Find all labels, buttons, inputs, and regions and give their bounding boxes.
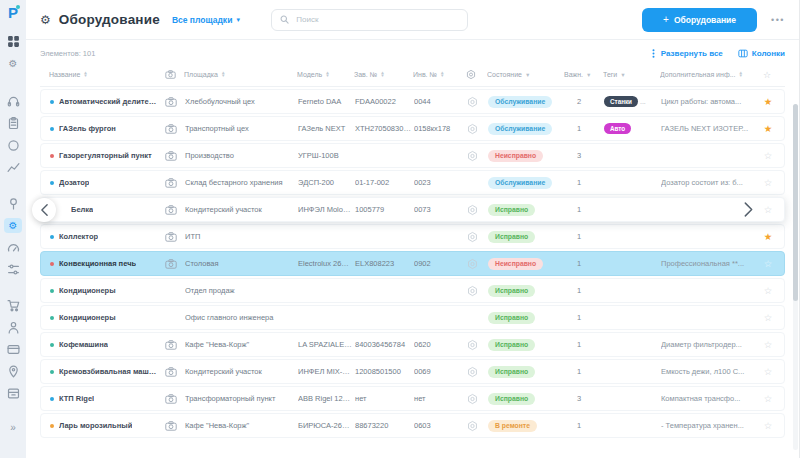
more-actions-button[interactable]: ••• <box>771 15 785 25</box>
model-cell: БИРЮСА-260VZ <box>298 421 352 430</box>
settings-cell[interactable] <box>459 150 485 162</box>
favorite-star[interactable]: ☆ <box>758 394 778 404</box>
site-scope-dropdown[interactable]: Все площадки ▼ <box>172 15 241 25</box>
column-header-inventory[interactable]: Инв. №▲▼ <box>413 71 455 78</box>
equipment-name-cell: Конвекционная печь <box>41 259 157 268</box>
favorite-star[interactable]: ☆ <box>758 313 778 323</box>
status-cell: Обслуживание <box>488 96 562 108</box>
settings-cell[interactable] <box>459 123 485 135</box>
table-row[interactable]: Газорегуляторный пункт Производство УГРШ… <box>40 143 785 168</box>
column-header-serial[interactable]: Зав. №▲▼ <box>354 71 410 78</box>
settings-cell[interactable] <box>459 312 485 324</box>
favorite-star[interactable]: ★ <box>758 97 778 107</box>
table-row[interactable]: Дозатор Склад бестарного хранения ЭДСП-2… <box>40 170 785 195</box>
table-row[interactable]: Автоматический делитель-округ... Хлебобу… <box>40 89 785 114</box>
column-header-files[interactable]: Важн.▼ <box>564 71 600 78</box>
sidebar-item-staff[interactable] <box>4 320 22 335</box>
sidebar-item-equipment[interactable]: ⚙ <box>4 218 22 233</box>
column-header-name[interactable]: Название▲▼ <box>40 71 156 78</box>
status-badge: Обслуживание <box>488 96 552 108</box>
favorite-star[interactable]: ☆ <box>758 205 778 215</box>
settings-cell[interactable] <box>459 204 485 216</box>
settings-cell[interactable] <box>459 258 485 270</box>
settings-cell[interactable] <box>459 339 485 351</box>
column-header-info[interactable]: Дополнительная инф...▲▼ <box>660 71 754 78</box>
settings-cell[interactable] <box>459 420 485 432</box>
equipment-name: Автоматический делитель-округ... <box>59 97 157 106</box>
favorite-star[interactable]: ☆ <box>758 421 778 431</box>
column-header-site[interactable]: Площадка▲▼ <box>184 71 294 78</box>
nut-icon <box>467 123 478 135</box>
carousel-next-button[interactable] <box>736 198 760 222</box>
table-row[interactable]: Кондиционеры Отдел продаж Исправно 1 ☆ <box>40 278 785 303</box>
camera-icon <box>165 70 176 79</box>
sidebar-item-tasks[interactable] <box>4 116 22 131</box>
favorite-star[interactable]: ☆ <box>758 178 778 188</box>
column-header-model[interactable]: Модель▲▼ <box>297 71 351 78</box>
sidebar-item-location[interactable] <box>4 196 22 211</box>
table-row[interactable]: ГАЗель фургон Транспортный цех ГАЗель NE… <box>40 116 785 141</box>
column-header-status[interactable]: Состояние▼ <box>487 71 561 78</box>
sidebar-item-tuning[interactable] <box>4 262 22 277</box>
favorite-star[interactable]: ☆ <box>758 151 778 161</box>
photo-cell <box>160 394 182 404</box>
column-header-photo[interactable] <box>159 70 181 79</box>
favorite-star[interactable]: ☆ <box>758 340 778 350</box>
status-badge: Обслуживание <box>488 177 552 189</box>
model-cell: LA SPAZIALE S... <box>298 340 352 349</box>
sidebar-item-collapse[interactable]: » <box>4 420 22 435</box>
table-row[interactable]: Конвекционная печь Столовая Electrolux 2… <box>40 251 785 276</box>
sidebar-item-support[interactable] <box>4 94 22 109</box>
equipment-name: Кремовзбивальная машина <box>59 367 157 376</box>
settings-cell[interactable] <box>459 366 485 378</box>
equipment-name: Ларь морозильный <box>59 421 132 430</box>
site-cell: Кафе "Нева-Корж" <box>185 421 295 430</box>
sidebar-item-card[interactable] <box>4 342 22 357</box>
sidebar-item-meter[interactable] <box>4 240 22 255</box>
table-row[interactable]: Кремовзбивальная машина Кондитерский уча… <box>40 359 785 384</box>
app-window: P ⚙⚙» ⚙ Оборудование Все площадки ▼ + Об… <box>0 0 800 458</box>
column-header-settings[interactable] <box>458 69 484 80</box>
settings-cell[interactable] <box>459 231 485 243</box>
serial-number-cell: 88673220 <box>355 421 411 430</box>
scrollbar-thumb[interactable] <box>793 104 798 301</box>
sidebar-item-analytics[interactable] <box>4 160 22 175</box>
sidebar-item-map-pin[interactable] <box>4 364 22 379</box>
files-count-cell: 3 <box>565 394 601 403</box>
favorite-star[interactable]: ★ <box>758 124 778 134</box>
sort-icon: ▲▼ <box>440 72 444 77</box>
tags-overflow-ellipsis: ... <box>640 98 646 105</box>
sidebar-item-cart[interactable] <box>4 298 22 313</box>
expand-all-button[interactable]: Развернуть все <box>650 49 723 58</box>
camera-icon <box>165 97 177 107</box>
table-row[interactable]: Кофемашина Кафе "Нева-Корж" LA SPAZIALE … <box>40 332 785 357</box>
carousel-prev-button[interactable] <box>32 198 56 222</box>
settings-cell[interactable] <box>459 96 485 108</box>
search-input[interactable] <box>294 14 459 25</box>
app-logo[interactable]: P <box>8 5 18 20</box>
table-row[interactable]: Коллектор ИТП Исправно 1 ★ <box>40 224 785 249</box>
settings-cell[interactable] <box>459 177 485 189</box>
sidebar-item-status[interactable] <box>4 138 22 153</box>
favorite-star[interactable]: ☆ <box>758 286 778 296</box>
column-header-favorite[interactable]: ☆ <box>757 70 777 80</box>
camera-icon <box>165 259 177 269</box>
columns-button[interactable]: Колонки <box>738 49 785 58</box>
sidebar-item-archive[interactable] <box>4 386 22 401</box>
favorite-star[interactable]: ☆ <box>758 367 778 377</box>
sidebar-item-widgets[interactable]: ⚙ <box>4 56 22 71</box>
files-count-cell: 1 <box>565 259 601 268</box>
settings-cell[interactable] <box>459 285 485 297</box>
column-header-tags[interactable]: Теги▼ <box>603 71 657 78</box>
settings-cell[interactable] <box>459 393 485 405</box>
table-row[interactable]: КТП Rigel Трансформаторный пункт ABB Rig… <box>40 386 785 411</box>
search-box <box>271 9 468 31</box>
table-row[interactable]: Ларь морозильный Кафе "Нева-Корж" БИРЮСА… <box>40 413 785 438</box>
table-row[interactable]: Кондиционеры Офис главного инженера Испр… <box>40 305 785 330</box>
table-row[interactable]: Белка Кондитерский участок ИНФЭЛ Molot .… <box>40 197 785 222</box>
status-dot <box>50 289 54 293</box>
sidebar-item-dashboard[interactable] <box>4 34 22 49</box>
favorite-star[interactable]: ☆ <box>758 259 778 269</box>
add-equipment-button[interactable]: + Оборудование <box>642 8 757 32</box>
favorite-star[interactable]: ★ <box>758 232 778 242</box>
